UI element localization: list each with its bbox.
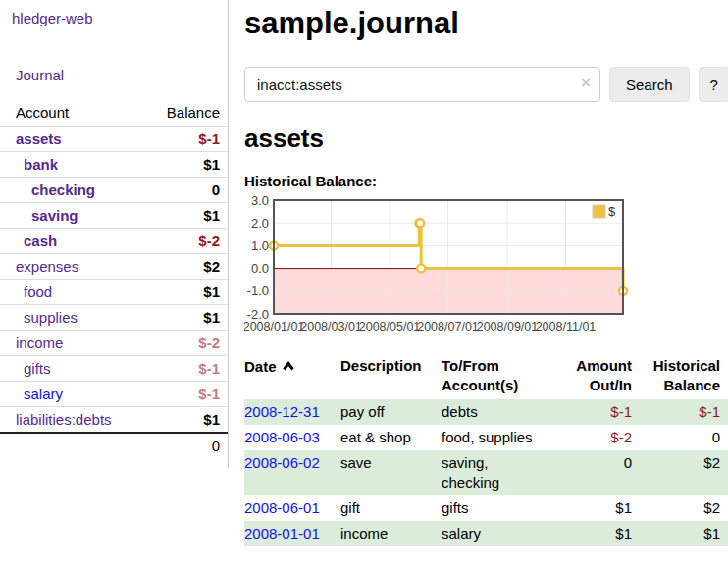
register-row: 2008-12-31pay offdebts$-1$-1 xyxy=(244,399,728,425)
account-row: assets$-1 xyxy=(0,127,228,152)
account-total-value: 0 xyxy=(147,433,228,458)
search-input[interactable] xyxy=(244,67,600,102)
transaction-date-link[interactable]: 2008-06-01 xyxy=(244,499,320,516)
transaction-description: gift xyxy=(340,495,442,521)
account-balance: 0 xyxy=(147,178,228,203)
transaction-description: income xyxy=(340,521,442,546)
transaction-accounts: saving, checking xyxy=(442,450,557,495)
account-balance: $1 xyxy=(147,152,228,178)
account-balance: $1 xyxy=(147,203,228,229)
amount-column-header: Amount Out/In xyxy=(557,354,632,399)
account-balance: $2 xyxy=(147,254,228,280)
account-row: saving$1 xyxy=(0,203,228,229)
account-balance: $-1 xyxy=(147,356,228,382)
x-axis-label: 2008/03/01 xyxy=(300,320,362,334)
transaction-date-link[interactable]: 2008-12-31 xyxy=(244,403,320,420)
page-title: sample.journal xyxy=(244,6,728,41)
account-balance: $-1 xyxy=(147,382,228,407)
sidebar-item-journal[interactable]: Journal xyxy=(16,67,64,83)
account-row: food$1 xyxy=(0,280,228,305)
account-link-supplies[interactable]: supplies xyxy=(24,309,78,326)
account-link-income[interactable]: income xyxy=(16,335,63,351)
account-link-food[interactable]: food xyxy=(24,284,52,300)
sidebar: hledger-web Journal Account Balance asse… xyxy=(0,0,229,468)
balance-chart-svg: $3.02.01.00.0-1.0-2.02008/01/012008/03/0… xyxy=(244,195,728,338)
account-link-assets[interactable]: assets xyxy=(16,130,62,147)
clear-search-icon[interactable]: × xyxy=(581,75,591,91)
register-table: Date Description To/From Account(s) Amou… xyxy=(244,354,728,546)
transaction-accounts: food, supplies xyxy=(442,425,557,450)
help-button[interactable]: ? xyxy=(699,67,728,102)
transaction-accounts: salary xyxy=(442,521,557,546)
date-column-header: Date xyxy=(244,354,340,399)
transaction-accounts: gifts xyxy=(442,495,557,521)
account-row: salary$-1 xyxy=(0,382,228,407)
transaction-balance: $2 xyxy=(632,450,728,495)
legend-label: $ xyxy=(608,204,616,219)
transaction-amount: 0 xyxy=(557,450,632,495)
account-row: liabilities:debts$1 xyxy=(0,407,228,434)
y-axis-label: 1.0 xyxy=(251,238,269,253)
account-row: supplies$1 xyxy=(0,305,228,331)
account-balance: $-2 xyxy=(147,229,228,254)
y-axis-label: 2.0 xyxy=(251,216,269,231)
account-link-bank[interactable]: bank xyxy=(24,156,58,173)
account-tree-header: Account Balance xyxy=(0,102,228,127)
account-row: expenses$2 xyxy=(0,254,228,280)
account-row: cash$-2 xyxy=(0,229,228,254)
account-row: checking0 xyxy=(0,178,228,203)
transaction-date-link[interactable]: 2008-06-03 xyxy=(244,429,320,445)
data-point-marker xyxy=(416,219,424,227)
account-link-cash[interactable]: cash xyxy=(24,233,57,249)
transaction-description: eat & shop xyxy=(340,425,442,450)
search-button[interactable]: Search xyxy=(609,67,690,102)
transaction-date-link[interactable]: 2008-01-01 xyxy=(244,525,320,542)
register-row: 2008-06-01giftgifts$1$2 xyxy=(244,495,728,521)
balance-column-header: Balance xyxy=(147,102,228,127)
x-axis-label: 2008/01/01 xyxy=(244,320,304,334)
account-total-row: 0 xyxy=(0,433,228,458)
register-body: 2008-12-31pay offdebts$-1$-12008-06-03ea… xyxy=(244,399,728,546)
app-title-link[interactable]: hledger-web xyxy=(12,10,93,26)
account-link-checking[interactable]: checking xyxy=(31,182,95,198)
account-link-expenses[interactable]: expenses xyxy=(16,258,78,275)
sort-ascending-icon xyxy=(282,356,295,376)
account-tree-body: assets$-1bank$1checking0saving$1cash$-2e… xyxy=(0,127,228,434)
x-axis-label: 2008/07/01 xyxy=(417,320,479,334)
y-axis-label: 0.0 xyxy=(251,261,269,276)
transaction-amount: $-2 xyxy=(557,425,632,450)
account-row: income$-2 xyxy=(0,331,228,356)
account-balance: $-1 xyxy=(147,127,228,152)
transaction-balance: $-1 xyxy=(632,399,728,425)
account-row: gifts$-1 xyxy=(0,356,228,382)
register-row: 2008-01-01incomesalary$1$1 xyxy=(244,521,728,546)
search-box: × xyxy=(244,67,600,102)
description-column-header: Description xyxy=(340,354,442,399)
main-content: sample.journal × Search ? assets Histori… xyxy=(229,0,728,546)
account-link-salary[interactable]: salary xyxy=(24,386,63,402)
transaction-date-link[interactable]: 2008-06-02 xyxy=(244,454,320,471)
transaction-balance: $1 xyxy=(632,521,728,546)
x-axis-label: 2008/11/01 xyxy=(536,320,597,334)
historical-balance-chart: $3.02.01.00.0-1.0-2.02008/01/012008/03/0… xyxy=(244,195,728,338)
chart-title: Historical Balance: xyxy=(244,173,728,189)
account-link-liabilities-debts[interactable]: liabilities:debts xyxy=(16,411,112,428)
account-link-gifts[interactable]: gifts xyxy=(24,360,51,377)
account-total-spacer xyxy=(0,433,147,458)
date-column-label: Date xyxy=(244,358,277,375)
transaction-description: pay off xyxy=(340,399,442,425)
account-row: bank$1 xyxy=(0,152,228,178)
x-axis-label: 2008/05/01 xyxy=(359,320,421,334)
account-tree: Account Balance assets$-1bank$1checking0… xyxy=(0,102,228,458)
account-column-header-register: To/From Account(s) xyxy=(442,354,557,399)
transaction-amount: $1 xyxy=(557,521,632,546)
account-balance: $1 xyxy=(147,305,228,331)
account-balance: $-2 xyxy=(147,331,228,356)
transaction-amount: $1 xyxy=(557,495,632,521)
account-balance: $1 xyxy=(147,280,228,305)
search-form: × Search ? xyxy=(244,67,728,102)
transaction-balance: 0 xyxy=(632,425,728,450)
x-axis-label: 2008/09/01 xyxy=(477,320,539,334)
account-link-saving[interactable]: saving xyxy=(31,207,78,224)
app-layout: hledger-web Journal Account Balance asse… xyxy=(0,0,728,546)
